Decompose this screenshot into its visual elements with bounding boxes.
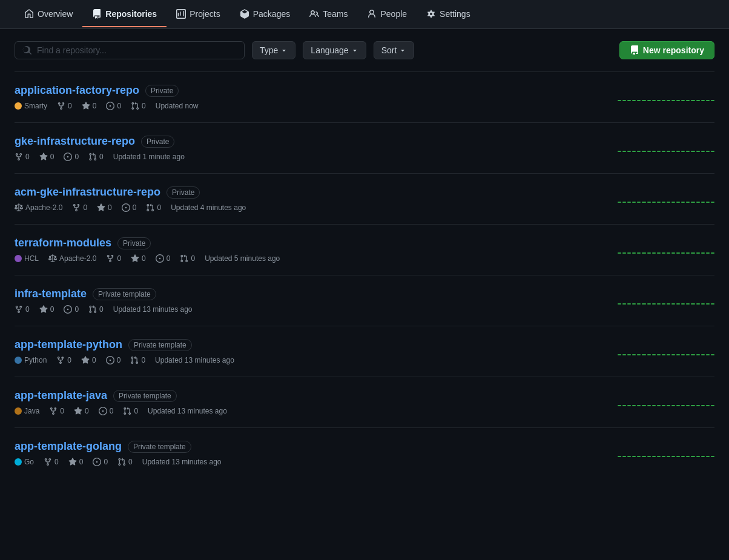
- repo-activity: [618, 440, 714, 457]
- nav-item-repositories[interactable]: Repositories: [82, 2, 167, 27]
- fork-icon: [15, 153, 23, 161]
- repo-issues: 0: [64, 305, 79, 314]
- repo-name[interactable]: app-template-golang: [15, 440, 122, 453]
- activity-bar: [618, 137, 714, 152]
- repo-stars: 0: [131, 254, 146, 263]
- pr-icon: [88, 305, 97, 314]
- activity-bar: [618, 290, 714, 305]
- repo-badge: Private template: [93, 288, 156, 300]
- repo-badge: Private template: [113, 390, 177, 402]
- issue-icon: [106, 102, 114, 110]
- repo-license: Apache-2.0: [48, 254, 96, 263]
- nav-label-packages: Packages: [253, 9, 290, 19]
- repo-left: terraform-modulesPrivateHCLApache-2.0000…: [15, 237, 605, 263]
- repo-name[interactable]: app-template-python: [15, 338, 122, 351]
- repo-name[interactable]: infra-template: [15, 288, 87, 300]
- star-icon: [97, 203, 105, 212]
- license-icon: [15, 203, 23, 212]
- type-filter-button[interactable]: Type: [252, 41, 295, 59]
- repo-updated: Updated 13 minutes ago: [148, 407, 227, 415]
- issue-icon: [122, 203, 130, 212]
- pr-icon: [130, 356, 139, 364]
- repo-item: infra-templatePrivate template0000Update…: [15, 275, 714, 326]
- nav-label-teams: Teams: [323, 9, 348, 19]
- sort-filter-button[interactable]: Sort: [374, 41, 415, 59]
- nav-item-settings[interactable]: Settings: [417, 2, 480, 27]
- repo-left: application-factory-repoPrivateSmarty000…: [15, 84, 605, 110]
- repo-forks: 0: [44, 458, 59, 466]
- search-input[interactable]: [37, 45, 237, 55]
- repo-activity: [618, 84, 714, 101]
- nav-item-overview[interactable]: Overview: [15, 2, 82, 27]
- repo-forks: 0: [106, 254, 121, 263]
- repo-stars: 0: [82, 102, 97, 110]
- pr-icon: [131, 102, 139, 110]
- repo-badge: Private template: [128, 339, 192, 351]
- chevron-down-icon: [399, 47, 406, 54]
- repo-issues: 0: [106, 356, 121, 364]
- nav-label-people: People: [380, 9, 407, 19]
- repo-list: application-factory-repoPrivateSmarty000…: [0, 71, 729, 478]
- language-label: Java: [24, 407, 39, 415]
- repo-updated: Updated 13 minutes ago: [113, 305, 193, 314]
- new-repository-button[interactable]: New repository: [619, 41, 714, 59]
- repo-left: app-template-golangPrivate templateGo000…: [15, 440, 605, 466]
- repo-name[interactable]: terraform-modules: [15, 237, 111, 249]
- repo-item: app-template-javaPrivate templateJava000…: [15, 377, 714, 427]
- fork-icon: [72, 203, 81, 212]
- language-label: Smarty: [24, 102, 47, 110]
- repo-name[interactable]: acm-gke-infrastructure-repo: [15, 186, 160, 199]
- fork-icon: [15, 305, 23, 314]
- nav-item-projects[interactable]: Projects: [167, 2, 230, 27]
- pr-icon: [146, 203, 154, 212]
- repo-badge: Private: [145, 85, 179, 97]
- repo-item: terraform-modulesPrivateHCLApache-2.0000…: [15, 224, 714, 275]
- nav-item-teams[interactable]: Teams: [300, 2, 357, 27]
- fork-icon: [56, 356, 65, 364]
- language-dot: [15, 458, 22, 466]
- language-dot: [15, 407, 22, 415]
- repo-stars: 0: [39, 305, 54, 314]
- repo-stars: 0: [74, 407, 89, 415]
- repo-item: gke-infrastructure-repoPrivate0000Update…: [15, 122, 714, 173]
- issue-icon: [106, 356, 114, 364]
- fork-icon: [106, 254, 114, 263]
- repo-forks: 0: [72, 203, 87, 212]
- nav-label-projects: Projects: [190, 9, 220, 19]
- issue-icon: [156, 254, 164, 263]
- repo-prs: 0: [117, 458, 133, 466]
- nav-item-people[interactable]: People: [357, 2, 417, 27]
- chevron-down-icon: [351, 47, 358, 54]
- repo-issues: 0: [156, 254, 171, 263]
- language-dot: [15, 357, 22, 364]
- top-nav: Overview Repositories Projects Packages …: [0, 0, 729, 29]
- repo-activity: [618, 389, 714, 406]
- repo-name[interactable]: application-factory-repo: [15, 84, 139, 97]
- repo-forks: 0: [15, 305, 30, 314]
- repo-language: Java: [15, 407, 39, 415]
- toolbar: Type Language Sort New repository: [0, 29, 729, 71]
- repo-issues: 0: [64, 153, 79, 161]
- repo-left: acm-gke-infrastructure-repoPrivateApache…: [15, 186, 605, 212]
- fork-icon: [49, 407, 58, 415]
- repo-name[interactable]: app-template-java: [15, 389, 107, 402]
- repo-forks: 0: [49, 407, 64, 415]
- fork-icon: [44, 458, 52, 466]
- nav-item-packages[interactable]: Packages: [230, 2, 300, 27]
- repo-name[interactable]: gke-infrastructure-repo: [15, 135, 135, 148]
- star-icon: [131, 254, 139, 263]
- repo-language: Python: [15, 356, 47, 364]
- repo-left: app-template-javaPrivate templateJava000…: [15, 389, 605, 415]
- repo-icon: [630, 45, 639, 55]
- search-icon: [22, 45, 32, 55]
- language-dot: [15, 255, 22, 262]
- repo-activity: [618, 135, 714, 152]
- repo-license: Apache-2.0: [15, 203, 62, 212]
- language-label: Python: [24, 356, 47, 364]
- language-filter-button[interactable]: Language: [303, 41, 366, 59]
- pr-icon: [117, 458, 126, 466]
- repo-activity: [618, 288, 714, 305]
- repo-updated: Updated 5 minutes ago: [205, 254, 280, 263]
- fork-icon: [57, 102, 65, 110]
- repo-prs: 0: [146, 203, 161, 212]
